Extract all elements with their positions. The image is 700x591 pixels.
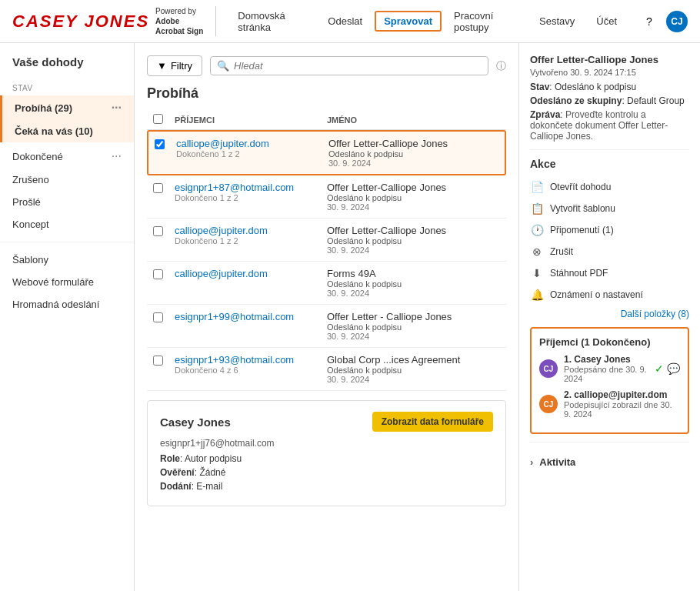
recipient-initials-1: CJ — [544, 400, 554, 409]
sidebar-item-ceka[interactable]: Čeká na vás (10) — [0, 120, 134, 142]
col-recipients-header: PŘÍJEMCI — [175, 115, 321, 125]
table-row[interactable]: esignpr1+87@hotmail.com Dokončeno 1 z 2 … — [147, 175, 506, 219]
main-nav: Domovská stránka Odeslat Spravovat Praco… — [228, 5, 626, 38]
search-icon: 🔍 — [217, 60, 229, 72]
nav-odeslat[interactable]: Odeslat — [318, 11, 372, 32]
sidebar: Vaše dohody STAV Probíhá (29) ··· Čeká n… — [0, 43, 135, 591]
popup-name: Casey Jones — [160, 416, 231, 429]
popup-overeni-label: Ověření — [160, 467, 195, 478]
popup-card: Casey Jones Zobrazit data formuláře esig… — [147, 400, 506, 506]
row-checkbox-0[interactable] — [155, 139, 170, 152]
sidebar-item-probiha[interactable]: Probíhá (29) ··· — [0, 95, 134, 120]
sidebar-item-probiha-label: Probíhá (29) — [15, 102, 72, 114]
action-otevrit-label: Otevřít dohodu — [550, 182, 611, 192]
show-form-button[interactable]: Zobrazit data formuláře — [372, 412, 493, 432]
nav-ucet[interactable]: Účet — [587, 11, 626, 32]
popup-dodani-value: E-mail — [196, 481, 222, 492]
sidebar-item-webformulare[interactable]: Webové formuláře — [0, 271, 134, 293]
table-row[interactable]: calliope@jupiter.dom Dokončeno 1 z 2 Off… — [147, 130, 506, 175]
recipient-email-5: esignpr1+93@hotmail.com — [175, 354, 321, 366]
row-status-1: Odesláno k podpisu — [327, 193, 500, 202]
sidebar-item-zruseno[interactable]: Zrušeno — [0, 169, 134, 191]
popup-role: Role: Autor podpisu — [160, 453, 493, 464]
header: CASEY JONES Powered by AdobeAcrobat Sign… — [0, 0, 700, 43]
row-status-2: Odesláno k podpisu — [327, 236, 500, 245]
action-vytvorit-sablonu-label: Vytvořit šablonu — [550, 203, 615, 214]
nav-sestavy[interactable]: Sestavy — [530, 11, 584, 32]
row-checkbox-4[interactable] — [153, 312, 168, 325]
select-all-checkbox[interactable] — [153, 114, 163, 124]
aktivita-row[interactable]: › Aktivita — [530, 450, 689, 474]
recipient-info-1: 2. calliope@jupiter.dom Podepisující zob… — [564, 389, 680, 419]
reminder-icon: 🕐 — [530, 223, 544, 237]
message-badge-icon: 💬 — [667, 362, 680, 375]
table-row[interactable]: esignpr1+93@hotmail.com Dokončeno 4 z 6 … — [147, 348, 506, 391]
detail-zprava-label: Zpráva — [530, 109, 560, 120]
recipient-info-0: 1. Casey Jones Podepsáno dne 30. 9. 2024 — [564, 354, 648, 383]
notification-icon: 🔔 — [530, 288, 544, 302]
filter-button[interactable]: ▼ Filtry — [147, 55, 202, 76]
table-row[interactable]: calliope@jupiter.dom Dokončeno 1 z 2 Off… — [147, 219, 506, 262]
nav-pracovni[interactable]: Pracovní postupy — [445, 5, 527, 38]
row-checkbox-3[interactable] — [153, 269, 168, 282]
recipient-avatar-1: CJ — [539, 395, 558, 413]
row-status-5: Odesláno k podpisu — [327, 366, 500, 375]
header-checkbox — [153, 114, 168, 126]
recipient-name-1: 2. calliope@jupiter.dom — [564, 389, 680, 400]
row-recipient-4: esignpr1+99@hotmail.com — [175, 311, 321, 322]
sidebar-item-koncept[interactable]: Koncept — [0, 213, 134, 235]
help-button[interactable]: ? — [638, 11, 660, 32]
action-zrusit[interactable]: ⊗ Zrušit — [530, 241, 689, 262]
sidebar-dots-probiha[interactable]: ··· — [112, 101, 122, 115]
sidebar-dots-dokoncene[interactable]: ··· — [112, 149, 122, 163]
recipient-number-0: 1. — [564, 354, 572, 365]
logo: CASEY JONES — [12, 12, 149, 32]
aktivita-label: Aktivita — [539, 456, 575, 468]
powered-by: Powered by AdobeAcrobat Sign — [155, 6, 203, 36]
action-oznameni-label: Oznámení o nastavení — [550, 289, 643, 300]
action-stahnout-label: Stáhnout PDF — [550, 268, 608, 279]
action-oznameni[interactable]: 🔔 Oznámení o nastavení — [530, 284, 689, 306]
recipient-sub-0: Dokončeno 1 z 2 — [176, 149, 322, 159]
sidebar-item-zruseno-label: Zrušeno — [12, 174, 49, 185]
recipient-sub-1: Podepisující zobrazil dne 30. 9. 2024 — [564, 400, 680, 419]
content-area: ▼ Filtry 🔍 ⓘ Probíhá PŘÍJEMCI JMÉNO c — [135, 43, 519, 591]
detail-odeslano-value: Default Group — [627, 95, 685, 106]
row-checkbox-1[interactable] — [153, 183, 168, 195]
detail-stav-label: Stav — [530, 82, 549, 92]
row-checkbox-2[interactable] — [153, 226, 168, 239]
detail-odeslano-label: Odesláno ze skupiny — [530, 95, 622, 106]
popup-overeni-value: Žádné — [199, 467, 225, 478]
nav-domovska[interactable]: Domovská stránka — [228, 5, 315, 38]
action-otevrit[interactable]: 📄 Otevřít dohodu — [530, 176, 689, 198]
table-row[interactable]: esignpr1+99@hotmail.com Offer Letter - C… — [147, 305, 506, 348]
table-row[interactable]: calliope@jupiter.dom Forms 49A Odesláno … — [147, 262, 506, 305]
row-date-3: 30. 9. 2024 — [327, 289, 500, 298]
recipient-sub-5: Dokončeno 4 z 6 — [175, 366, 321, 375]
action-vytvorit-sablonu[interactable]: 📋 Vytvořit šablonu — [530, 198, 689, 219]
sidebar-item-prosle[interactable]: Prošlé — [0, 191, 134, 213]
sidebar-item-dokoncene[interactable]: Dokončené ··· — [0, 144, 134, 169]
row-checkbox-5[interactable] — [153, 356, 168, 368]
popup-email: esignpr1+jj76@hotmail.com — [160, 438, 493, 449]
popup-role-value: Autor podpisu — [185, 453, 242, 464]
popup-card-header: Casey Jones Zobrazit data formuláře — [160, 412, 493, 432]
action-pripomenutí[interactable]: 🕐 Připomenutí (1) — [530, 219, 689, 241]
popup-role-label: Role — [160, 453, 180, 464]
row-status-0: Odesláno k podpisu — [328, 149, 498, 159]
row-title-2: Offer Letter-Calliope Jones — [327, 225, 500, 236]
sidebar-item-sablony[interactable]: Šablony — [0, 249, 134, 271]
create-template-icon: 📋 — [530, 202, 544, 215]
action-stahnout[interactable]: ⬇ Stáhnout PDF — [530, 262, 689, 284]
table-header: PŘÍJEMCI JMÉNO — [147, 111, 506, 130]
col-name-header: JMÉNO — [327, 115, 500, 125]
nav-spravovat[interactable]: Spravovat — [375, 11, 442, 32]
avatar-button[interactable]: CJ — [666, 11, 688, 32]
search-input[interactable] — [234, 60, 482, 72]
detail-stav-value: Odesláno k podpisu — [555, 82, 636, 92]
more-items-link[interactable]: Další položky (8) — [530, 309, 689, 319]
row-date-2: 30. 9. 2024 — [327, 245, 500, 255]
row-recipient-2: calliope@jupiter.dom Dokončeno 1 z 2 — [175, 225, 321, 245]
sidebar-item-hromadna[interactable]: Hromadná odeslání — [0, 293, 134, 316]
info-icon[interactable]: ⓘ — [496, 59, 506, 73]
